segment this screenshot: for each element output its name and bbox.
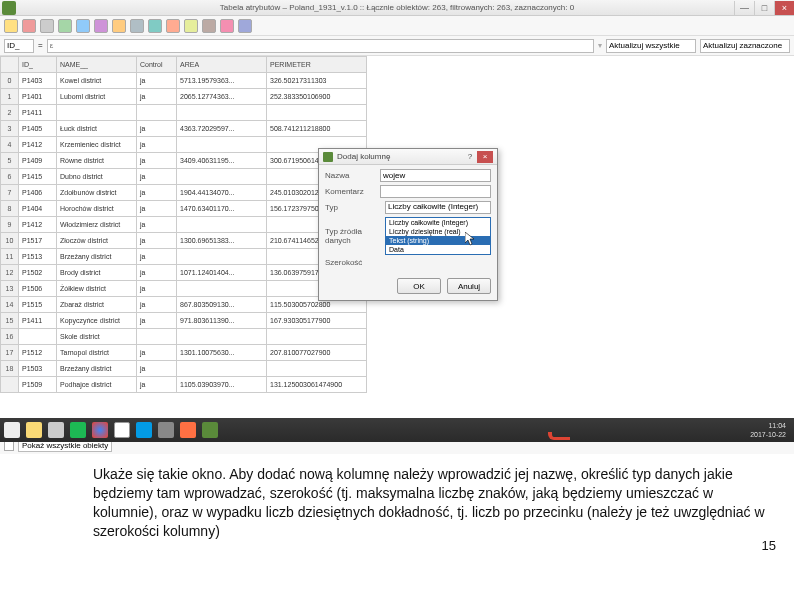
- table-cell[interactable]: P1509: [19, 377, 57, 393]
- name-input[interactable]: [380, 169, 491, 182]
- table-cell[interactable]: 1904.44134070...: [177, 185, 267, 201]
- table-cell[interactable]: [177, 217, 267, 233]
- table-cell[interactable]: Kopyczyńce district: [57, 313, 137, 329]
- table-cell[interactable]: [177, 169, 267, 185]
- update-all-dropdown[interactable]: Aktualizuj wszystkie: [606, 39, 696, 53]
- table-cell[interactable]: ja: [137, 297, 177, 313]
- table-cell[interactable]: Brzeżany district: [57, 249, 137, 265]
- table-cell[interactable]: ja: [137, 201, 177, 217]
- table-cell[interactable]: [177, 361, 267, 377]
- table-cell[interactable]: P1401: [19, 89, 57, 105]
- dropdown-option[interactable]: Tekst (string): [386, 236, 490, 245]
- table-row[interactable]: 12P1502Brody districtja1071.12401404...1…: [1, 265, 367, 281]
- expression-input[interactable]: [47, 39, 594, 53]
- table-cell[interactable]: 1300.69651383...: [177, 233, 267, 249]
- table-cell[interactable]: 2065.12774363...: [177, 89, 267, 105]
- table-cell[interactable]: 252.383350106900: [267, 89, 367, 105]
- table-row[interactable]: 5P1409Równe districtja3409.40631195...30…: [1, 153, 367, 169]
- table-cell[interactable]: Włodzimierz district: [57, 217, 137, 233]
- column-header[interactable]: ID_: [19, 57, 57, 73]
- table-cell[interactable]: Horochów district: [57, 201, 137, 217]
- table-cell[interactable]: 867.803509130...: [177, 297, 267, 313]
- table-cell[interactable]: Brody district: [57, 265, 137, 281]
- table-row[interactable]: 2P1411: [1, 105, 367, 121]
- table-cell[interactable]: P1502: [19, 265, 57, 281]
- table-cell[interactable]: Zbaraż district: [57, 297, 137, 313]
- table-cell[interactable]: P1403: [19, 73, 57, 89]
- table-cell[interactable]: Złoczów district: [57, 233, 137, 249]
- table-cell[interactable]: [177, 105, 267, 121]
- document-icon[interactable]: [114, 422, 130, 438]
- table-cell[interactable]: Równe district: [57, 153, 137, 169]
- table-cell[interactable]: 1301.10075630...: [177, 345, 267, 361]
- table-cell[interactable]: Podhajce district: [57, 377, 137, 393]
- update-selected-dropdown[interactable]: Aktualizuj zaznaczone: [700, 39, 790, 53]
- table-cell[interactable]: Łuck district: [57, 121, 137, 137]
- table-cell[interactable]: ja: [137, 281, 177, 297]
- table-cell[interactable]: Zdołbunów district: [57, 185, 137, 201]
- table-cell[interactable]: 508.741211218800: [267, 121, 367, 137]
- table-cell[interactable]: [19, 329, 57, 345]
- table-cell[interactable]: 131.125003061474900: [267, 377, 367, 393]
- table-cell[interactable]: 1105.03903970...: [177, 377, 267, 393]
- table-cell[interactable]: Dubno district: [57, 169, 137, 185]
- table-row[interactable]: 7P1406Zdołbunów districtja1904.44134070.…: [1, 185, 367, 201]
- app2-icon[interactable]: [136, 422, 152, 438]
- table-row[interactable]: 13P1506Żółkiew districtja: [1, 281, 367, 297]
- dropdown-option[interactable]: Data: [386, 245, 490, 254]
- dropdown-option[interactable]: Liczby dziesiętne (real): [386, 227, 490, 236]
- table-cell[interactable]: ja: [137, 153, 177, 169]
- table-cell[interactable]: Tarnopol district: [57, 345, 137, 361]
- table-cell[interactable]: ja: [137, 345, 177, 361]
- table-cell[interactable]: 1071.12401404...: [177, 265, 267, 281]
- table-cell[interactable]: [177, 137, 267, 153]
- table-cell[interactable]: Skole district: [57, 329, 137, 345]
- table-cell[interactable]: ja: [137, 313, 177, 329]
- add-column-icon[interactable]: [220, 19, 234, 33]
- table-cell[interactable]: P1415: [19, 169, 57, 185]
- table-cell[interactable]: [137, 105, 177, 121]
- table-cell[interactable]: 207.810077027900: [267, 345, 367, 361]
- table-cell[interactable]: Krzemieniec district: [57, 137, 137, 153]
- dialog-help-button[interactable]: ?: [463, 152, 477, 161]
- invert-selection-icon[interactable]: [112, 19, 126, 33]
- table-row[interactable]: 11P1513Brzeżany districtja: [1, 249, 367, 265]
- cancel-button[interactable]: Anuluj: [447, 278, 491, 294]
- table-cell[interactable]: [177, 281, 267, 297]
- table-cell[interactable]: [267, 361, 367, 377]
- dropdown-option[interactable]: Liczby całkowite (Integer): [386, 218, 490, 227]
- table-cell[interactable]: ja: [137, 249, 177, 265]
- table-cell[interactable]: [177, 329, 267, 345]
- zoom-selected-icon[interactable]: [166, 19, 180, 33]
- explorer-icon[interactable]: [26, 422, 42, 438]
- deselect-icon[interactable]: [130, 19, 144, 33]
- table-row[interactable]: 9P1412Włodzimierz districtja: [1, 217, 367, 233]
- table-cell[interactable]: ja: [137, 377, 177, 393]
- table-cell[interactable]: P1411: [19, 105, 57, 121]
- table-row[interactable]: 14P1515Zbaraż districtja867.803509130...…: [1, 297, 367, 313]
- table-cell[interactable]: 4363.72029597...: [177, 121, 267, 137]
- qgis-icon[interactable]: [202, 422, 218, 438]
- table-row[interactable]: P1509Podhajce districtja1105.03903970...…: [1, 377, 367, 393]
- table-cell[interactable]: [177, 249, 267, 265]
- select-icon[interactable]: [76, 19, 90, 33]
- column-header[interactable]: PERIMETER: [267, 57, 367, 73]
- table-row[interactable]: 8P1404Horochów districtja1470.63401170..…: [1, 201, 367, 217]
- table-cell[interactable]: 167.930305177900: [267, 313, 367, 329]
- table-cell[interactable]: ja: [137, 185, 177, 201]
- table-cell[interactable]: P1406: [19, 185, 57, 201]
- table-cell[interactable]: Żółkiew district: [57, 281, 137, 297]
- maximize-button[interactable]: □: [754, 1, 774, 15]
- ok-button[interactable]: OK: [397, 278, 441, 294]
- table-cell[interactable]: P1404: [19, 201, 57, 217]
- table-cell[interactable]: 971.803611390...: [177, 313, 267, 329]
- table-cell[interactable]: ja: [137, 137, 177, 153]
- app3-icon[interactable]: [158, 422, 174, 438]
- column-header[interactable]: AREA: [177, 57, 267, 73]
- table-cell[interactable]: ja: [137, 361, 177, 377]
- table-cell[interactable]: P1503: [19, 361, 57, 377]
- table-row[interactable]: 16Skole district: [1, 329, 367, 345]
- table-row[interactable]: 17P1512Tarnopol districtja1301.10075630.…: [1, 345, 367, 361]
- table-cell[interactable]: ja: [137, 217, 177, 233]
- paste-icon[interactable]: [202, 19, 216, 33]
